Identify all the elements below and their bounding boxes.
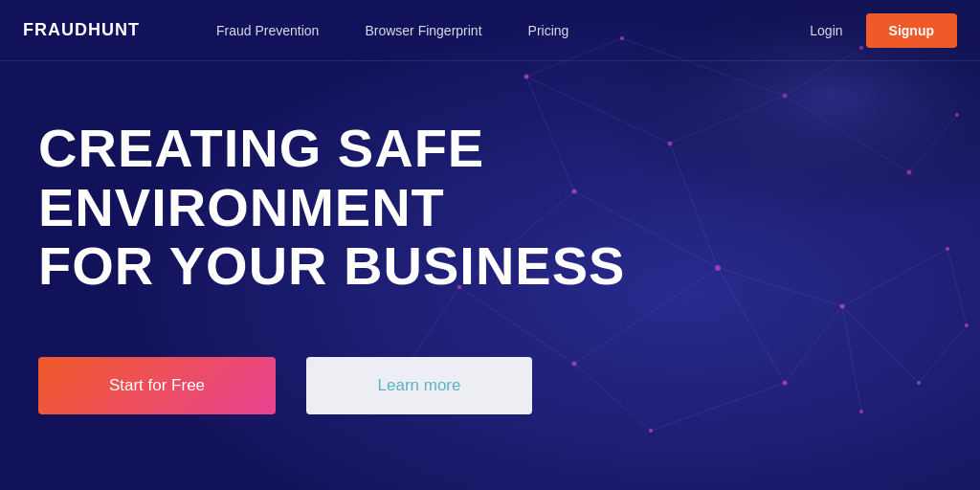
nav-actions: Login Signup: [810, 13, 957, 48]
logo: FRAUDHUNT: [23, 20, 140, 40]
hero-title-line1: CREATING SAFE ENVIRONMENT: [38, 118, 484, 237]
hero-title-line2: FOR YOUR BUSINESS: [38, 235, 625, 296]
hero-section: FRAUDHUNT Fraud Prevention Browser Finge…: [0, 0, 980, 490]
navbar: FRAUDHUNT Fraud Prevention Browser Finge…: [0, 0, 980, 61]
hero-content: CREATING SAFE ENVIRONMENT FOR YOUR BUSIN…: [0, 61, 980, 414]
nav-links: Fraud Prevention Browser Fingerprint Pri…: [216, 23, 810, 38]
svg-point-39: [649, 429, 653, 433]
nav-fraud-prevention[interactable]: Fraud Prevention: [216, 23, 319, 38]
nav-browser-fingerprint[interactable]: Browser Fingerprint: [365, 23, 481, 38]
hero-buttons: Start for Free Learn more: [38, 357, 942, 414]
nav-pricing[interactable]: Pricing: [528, 23, 569, 38]
signup-button[interactable]: Signup: [866, 13, 957, 48]
learn-more-button[interactable]: Learn more: [306, 357, 532, 414]
hero-title: CREATING SAFE ENVIRONMENT FOR YOUR BUSIN…: [38, 119, 708, 296]
login-button[interactable]: Login: [810, 23, 842, 38]
start-free-button[interactable]: Start for Free: [38, 357, 276, 414]
